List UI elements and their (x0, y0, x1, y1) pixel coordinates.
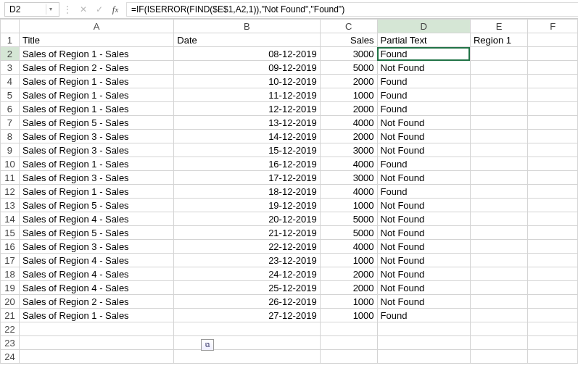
cell[interactable] (528, 47, 578, 61)
cell[interactable] (470, 116, 527, 130)
cell[interactable] (528, 212, 578, 226)
cell[interactable]: 1000 (320, 199, 377, 212)
cell[interactable]: Sales of Region 4 - Sales (19, 267, 173, 281)
row-head-8[interactable]: 8 (1, 130, 20, 143)
cell[interactable] (470, 199, 527, 212)
cell[interactable]: Sales of Region 1 - Sales (19, 157, 173, 171)
cell[interactable] (19, 350, 173, 364)
enter-formula-icon[interactable]: ✓ (91, 2, 107, 17)
row-head-3[interactable]: 3 (1, 61, 20, 75)
cell[interactable]: Not Found (377, 199, 470, 212)
cell[interactable]: Not Found (377, 240, 470, 254)
cell[interactable] (377, 322, 470, 336)
cell[interactable]: 12-12-2019 (174, 102, 320, 116)
cell[interactable]: 3000 (320, 171, 377, 185)
cell[interactable]: 25-12-2019 (174, 281, 320, 295)
cell[interactable] (470, 185, 527, 199)
cell[interactable]: Not Found (377, 116, 470, 130)
cell[interactable]: Not Found (377, 281, 470, 295)
cell[interactable]: Title (19, 33, 173, 47)
cell[interactable] (174, 336, 320, 350)
cell[interactable]: Found (377, 102, 470, 116)
cell[interactable] (320, 322, 377, 336)
cell[interactable] (320, 350, 377, 364)
cell[interactable]: Not Found (377, 295, 470, 309)
cell[interactable]: Sales of Region 1 - Sales (19, 47, 173, 61)
cell[interactable]: Not Found (377, 61, 470, 75)
cell[interactable]: 1000 (320, 309, 377, 322)
cell[interactable] (470, 75, 527, 88)
col-head-B[interactable]: B (174, 20, 320, 33)
cell[interactable]: 17-12-2019 (174, 171, 320, 185)
cell[interactable]: 26-12-2019 (174, 295, 320, 309)
row-head-2[interactable]: 2 (1, 47, 20, 61)
cell[interactable] (528, 199, 578, 212)
cell[interactable]: Not Found (377, 212, 470, 226)
cell[interactable]: 20-12-2019 (174, 212, 320, 226)
cell[interactable] (470, 240, 527, 254)
cell[interactable] (528, 130, 578, 143)
cell[interactable]: Sales of Region 3 - Sales (19, 130, 173, 143)
cell[interactable] (470, 212, 527, 226)
cell[interactable] (377, 336, 470, 350)
row-head-15[interactable]: 15 (1, 226, 20, 240)
row-head-22[interactable]: 22 (1, 322, 20, 336)
cell[interactable]: 21-12-2019 (174, 226, 320, 240)
cell[interactable]: Not Found (377, 267, 470, 281)
row-head-16[interactable]: 16 (1, 240, 20, 254)
cell[interactable]: 3000 (320, 47, 377, 61)
cell[interactable] (528, 157, 578, 171)
cell[interactable]: 5000 (320, 61, 377, 75)
cell[interactable]: Sales of Region 1 - Sales (19, 185, 173, 199)
cell[interactable]: 1000 (320, 254, 377, 267)
cell[interactable]: 4000 (320, 116, 377, 130)
cell[interactable]: Sales of Region 5 - Sales (19, 116, 173, 130)
cell[interactable]: 16-12-2019 (174, 157, 320, 171)
insert-function-icon[interactable]: fx (107, 2, 123, 17)
row-head-23[interactable]: 23 (1, 336, 20, 350)
cell[interactable] (470, 309, 527, 322)
cell[interactable] (528, 102, 578, 116)
cell[interactable]: 14-12-2019 (174, 130, 320, 143)
name-box-dropdown-icon[interactable]: ▾ (46, 4, 54, 14)
cell[interactable]: 4000 (320, 157, 377, 171)
row-head-12[interactable]: 12 (1, 185, 20, 199)
cell[interactable] (528, 322, 578, 336)
cell[interactable] (528, 143, 578, 157)
cell[interactable] (174, 350, 320, 364)
cell[interactable]: Found (377, 185, 470, 199)
cancel-formula-icon[interactable]: ✕ (75, 2, 91, 17)
cell[interactable]: Not Found (377, 171, 470, 185)
cell[interactable]: 18-12-2019 (174, 185, 320, 199)
cell[interactable]: 24-12-2019 (174, 267, 320, 281)
row-head-1[interactable]: 1 (1, 33, 20, 47)
cell[interactable]: 1000 (320, 295, 377, 309)
cell[interactable]: Found (377, 75, 470, 88)
cell[interactable]: 10-12-2019 (174, 75, 320, 88)
row-head-4[interactable]: 4 (1, 75, 20, 88)
cell[interactable]: Sales of Region 1 - Sales (19, 75, 173, 88)
cell[interactable] (528, 171, 578, 185)
col-head-A[interactable]: A (19, 20, 173, 33)
cell[interactable] (528, 226, 578, 240)
cell[interactable] (528, 350, 578, 364)
cell[interactable] (528, 254, 578, 267)
cell[interactable] (470, 322, 527, 336)
cell[interactable] (470, 226, 527, 240)
cell[interactable]: Sales of Region 3 - Sales (19, 143, 173, 157)
cell[interactable] (470, 267, 527, 281)
cell[interactable] (470, 88, 527, 102)
cell[interactable]: 2000 (320, 267, 377, 281)
row-head-19[interactable]: 19 (1, 281, 20, 295)
cell[interactable]: Found (377, 88, 470, 102)
cell[interactable] (528, 281, 578, 295)
cell[interactable]: 5000 (320, 226, 377, 240)
cell[interactable] (528, 75, 578, 88)
cell[interactable]: Sales of Region 3 - Sales (19, 171, 173, 185)
cell[interactable] (528, 88, 578, 102)
cell[interactable]: Not Found (377, 143, 470, 157)
col-head-D[interactable]: D (377, 20, 470, 33)
cell[interactable] (528, 116, 578, 130)
cell[interactable]: 3000 (320, 143, 377, 157)
cell[interactable] (528, 61, 578, 75)
